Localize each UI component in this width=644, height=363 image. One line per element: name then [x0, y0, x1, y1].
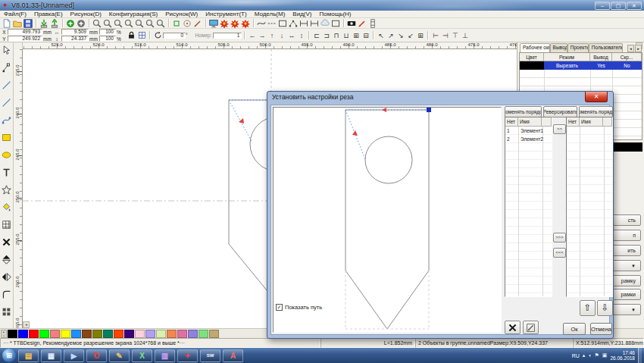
- align-icon-2-4[interactable]: ⊞: [415, 32, 425, 39]
- zoom-selection-icon[interactable]: [145, 18, 155, 28]
- taskbar-cutting-app[interactable]: ✦: [177, 349, 198, 362]
- menu-item-3[interactable]: Конфигурация(S): [105, 11, 161, 17]
- align-icon-1-2[interactable]: ⊓: [331, 32, 341, 39]
- corner-tool-icon[interactable]: [2, 289, 11, 302]
- taskbar-opera[interactable]: O: [86, 349, 107, 362]
- taskbar-explorer[interactable]: ▤: [18, 349, 39, 362]
- show-desktop-button[interactable]: [638, 348, 642, 363]
- source-elements-list[interactable]: НетИмя1Элемент12Элемент2: [505, 117, 552, 297]
- list-item[interactable]: 1Элемент1: [505, 127, 552, 135]
- height-field[interactable]: 24.337: [61, 36, 89, 42]
- list-body[interactable]: [567, 127, 612, 296]
- y-position-field[interactable]: 249.922: [8, 36, 42, 42]
- scale-y-field[interactable]: 100: [99, 36, 116, 42]
- align-icon-3-2[interactable]: ⊤: [450, 32, 460, 39]
- start-button[interactable]: ⊞: [2, 349, 16, 362]
- dash-line-icon[interactable]: [267, 18, 277, 28]
- polyline-tool-icon[interactable]: [2, 97, 11, 111]
- delete-tool-icon[interactable]: [2, 236, 11, 250]
- rectangle-tool-icon[interactable]: [2, 132, 11, 146]
- cloud-icon[interactable]: [320, 18, 330, 28]
- align-icon-1-1[interactable]: ⊐: [321, 32, 331, 39]
- row-output[interactable]: Yes: [590, 61, 612, 70]
- grid-select-icon[interactable]: [136, 30, 147, 40]
- change-order-button-2[interactable]: Поменять порядок: [579, 106, 613, 117]
- row-hide[interactable]: No: [612, 61, 642, 70]
- palette-swatch-13[interactable]: [145, 330, 155, 338]
- align-icon-0-5[interactable]: ↕: [296, 32, 306, 39]
- palette-swatch-1[interactable]: [18, 330, 28, 338]
- intersect-icon[interactable]: [240, 18, 251, 28]
- tray-clock[interactable]: 17:46 26.06.2018: [610, 350, 635, 361]
- curve-icon[interactable]: [256, 18, 267, 28]
- palette-swatch-8[interactable]: [92, 330, 102, 338]
- tab-scroll-right-icon[interactable]: ▸: [635, 45, 642, 52]
- zoom-in-icon[interactable]: [65, 18, 76, 28]
- palette-swatch-15[interactable]: [167, 330, 177, 338]
- lock-ratio-icon[interactable]: [126, 30, 136, 40]
- line-tool-icon[interactable]: [2, 80, 11, 93]
- move-up-button[interactable]: ⇧: [580, 300, 596, 316]
- width-field[interactable]: 9.509: [61, 29, 89, 35]
- canvas-scroll-left-button[interactable]: ◂: [23, 321, 30, 328]
- fill-tool-icon[interactable]: [2, 202, 11, 215]
- align-icon-0-4[interactable]: ↔: [286, 32, 296, 39]
- measure-pen-icon[interactable]: [192, 18, 203, 28]
- palette-swatch-18[interactable]: [199, 330, 208, 338]
- align-icon-0-3[interactable]: ↓: [277, 32, 286, 39]
- palette-swatch-2[interactable]: [29, 330, 39, 338]
- zoom-window-icon[interactable]: [92, 18, 102, 28]
- curve-tool-icon[interactable]: [2, 114, 11, 128]
- taskbar-excel[interactable]: X: [132, 349, 152, 362]
- star-tool-icon[interactable]: [2, 184, 11, 198]
- palette-swatch-7[interactable]: [82, 330, 92, 338]
- maximize-button[interactable]: ▢: [611, 2, 626, 10]
- change-order-button-1[interactable]: Поменять порядок: [505, 106, 542, 117]
- rotate-icon[interactable]: [152, 30, 163, 40]
- align-icon-3-0[interactable]: ⊢: [430, 32, 440, 39]
- save-icon[interactable]: [23, 18, 33, 28]
- menu-item-6[interactable]: Модель(M): [251, 11, 289, 17]
- menu-item-4[interactable]: Рисунок(W): [161, 11, 202, 17]
- panel-tab-3[interactable]: Пользовательск: [589, 43, 623, 52]
- edit-path-button[interactable]: [523, 321, 539, 334]
- align-icon-1-5[interactable]: ⊟: [361, 32, 370, 39]
- move-all-right-button[interactable]: >>>: [553, 233, 566, 243]
- dimension-icon[interactable]: [309, 18, 320, 28]
- panel-tab-1[interactable]: Вывод: [550, 43, 567, 52]
- tray-volume-icon[interactable]: ◖: [588, 352, 591, 358]
- palette-swatch-14[interactable]: [156, 330, 166, 338]
- taskbar-calculator[interactable]: ▦: [41, 349, 61, 362]
- taskbar-winrar[interactable]: ▥: [155, 349, 175, 362]
- panel-tab-2[interactable]: Проекты: [567, 43, 589, 52]
- zoom-out-icon[interactable]: [76, 18, 86, 28]
- panel-tab-0[interactable]: Рабочее окно: [520, 43, 550, 52]
- target-elements-list[interactable]: НетИмя: [566, 117, 613, 297]
- dialog-close-button[interactable]: ✕: [585, 92, 608, 102]
- scroll-strip-icon[interactable]: [367, 18, 378, 28]
- align-icon-2-1[interactable]: ↗: [386, 32, 395, 39]
- align-icon-2-0[interactable]: ↖: [376, 32, 386, 39]
- tab-scroll-left-icon[interactable]: ◂: [627, 45, 634, 52]
- cancel-button[interactable]: Отмена: [590, 323, 612, 335]
- list-body[interactable]: 1Элемент12Элемент2: [505, 127, 552, 296]
- zoom-page-icon[interactable]: [113, 18, 123, 28]
- minimize-button[interactable]: –: [595, 2, 610, 10]
- align-icon-1-4[interactable]: ⊞: [351, 32, 361, 39]
- palette-swatch-6[interactable]: [71, 330, 81, 338]
- align-icon-1-3[interactable]: ⊔: [341, 32, 351, 39]
- row-color-swatch[interactable]: [520, 61, 544, 70]
- table-row[interactable]: ВырезатьYesNo: [520, 61, 642, 70]
- pattern-tool-icon[interactable]: [2, 306, 11, 320]
- align-icon-3-1[interactable]: ⊣: [440, 32, 450, 39]
- palette-swatch-10[interactable]: [114, 330, 123, 338]
- menu-item-1[interactable]: Правка(E): [30, 11, 67, 17]
- menu-item-8[interactable]: Помощь(H): [316, 11, 355, 17]
- list-item[interactable]: 2Элемент2: [505, 135, 552, 143]
- taskbar-autocad[interactable]: A: [223, 349, 243, 362]
- node-edit-tool-icon[interactable]: [2, 62, 11, 76]
- grid-tool-icon[interactable]: [2, 219, 11, 233]
- export-icon[interactable]: [49, 18, 60, 28]
- zoom-prev-icon[interactable]: [123, 18, 134, 28]
- dimension-h-icon[interactable]: [299, 18, 309, 28]
